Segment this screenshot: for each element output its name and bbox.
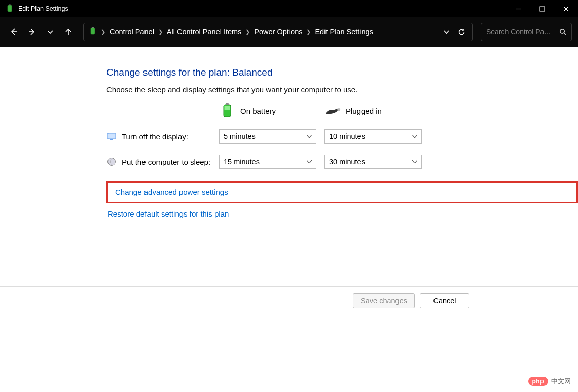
save-button[interactable]: Save changes <box>353 293 415 308</box>
column-headers: On battery Plugged in <box>106 103 578 118</box>
minimize-button[interactable] <box>507 0 530 17</box>
refresh-button[interactable] <box>456 28 467 36</box>
content-area: Change settings for the plan: Balanced C… <box>0 47 578 219</box>
links-area: Change advanced power settings Restore d… <box>106 181 578 219</box>
forward-button[interactable] <box>24 24 40 40</box>
svg-rect-3 <box>540 7 545 11</box>
maximize-button[interactable] <box>530 0 554 17</box>
page-title: Change settings for the plan: Balanced <box>106 67 578 78</box>
recent-locations-button[interactable] <box>43 24 58 40</box>
search-icon <box>559 28 566 35</box>
on-battery-header: On battery <box>219 103 320 118</box>
toolbar: ❯ Control Panel ❯ All Control Panel Item… <box>0 17 578 47</box>
cancel-button[interactable]: Cancel <box>420 293 469 308</box>
breadcrumb[interactable]: Edit Plan Settings <box>315 28 373 36</box>
search-placeholder: Search Control Pa... <box>486 28 555 36</box>
breadcrumb[interactable]: Power Options <box>254 28 302 36</box>
chevron-right-icon: ❯ <box>306 29 311 35</box>
chevron-right-icon: ❯ <box>245 29 250 35</box>
svg-rect-0 <box>8 5 12 12</box>
on-battery-label: On battery <box>240 106 276 115</box>
watermark: php 中文网 <box>528 377 571 386</box>
breadcrumb[interactable]: Control Panel <box>110 28 154 36</box>
svg-rect-10 <box>92 27 94 28</box>
svg-rect-17 <box>107 133 116 139</box>
address-history-button[interactable] <box>441 28 452 36</box>
svg-point-11 <box>560 29 564 33</box>
highlight-box: Change advanced power settings <box>106 181 578 203</box>
plugged-in-label: Plugged in <box>346 106 382 115</box>
svg-rect-16 <box>337 108 340 111</box>
advanced-power-settings-link[interactable]: Change advanced power settings <box>115 188 228 196</box>
svg-rect-1 <box>9 5 11 6</box>
chevron-right-icon: ❯ <box>101 29 105 35</box>
svg-rect-9 <box>91 28 95 34</box>
svg-rect-18 <box>110 139 113 140</box>
plugged-in-header: Plugged in <box>324 103 426 118</box>
sleep-row: Put the computer to sleep: 15 minutes 30… <box>106 155 578 169</box>
svg-rect-14 <box>226 103 229 105</box>
page-subtext: Choose the sleep and display settings th… <box>106 85 578 94</box>
battery-icon <box>219 103 235 118</box>
chevron-right-icon: ❯ <box>158 29 163 35</box>
turn-off-display-row: Turn off the display: 5 minutes 10 minut… <box>106 129 578 144</box>
watermark-pill: php <box>528 377 549 386</box>
turn-off-display-label: Turn off the display: <box>122 132 188 141</box>
display-plugged-select[interactable]: 10 minutes <box>324 129 422 144</box>
close-button[interactable] <box>554 0 578 17</box>
back-button[interactable] <box>6 24 21 40</box>
up-button[interactable] <box>61 24 76 40</box>
breadcrumb[interactable]: All Control Panel Items <box>167 28 241 36</box>
sleep-battery-select[interactable]: 15 minutes <box>219 155 316 169</box>
address-bar[interactable]: ❯ Control Panel ❯ All Control Panel Item… <box>83 23 473 41</box>
search-input[interactable]: Search Control Pa... <box>481 23 572 41</box>
sleep-plugged-select[interactable]: 30 minutes <box>324 155 422 169</box>
titlebar: Edit Plan Settings <box>0 0 578 17</box>
app-icon <box>5 4 14 13</box>
footer: Save changes Cancel <box>0 286 578 314</box>
watermark-text: 中文网 <box>551 377 571 386</box>
svg-rect-15 <box>225 106 230 110</box>
svg-point-19 <box>108 158 116 166</box>
window-title: Edit Plan Settings <box>18 5 68 12</box>
sleep-label: Put the computer to sleep: <box>122 158 210 166</box>
moon-icon <box>106 157 117 167</box>
battery-icon <box>89 27 97 38</box>
restore-defaults-link[interactable]: Restore default settings for this plan <box>107 209 229 218</box>
display-battery-select[interactable]: 5 minutes <box>219 129 316 144</box>
plug-icon <box>324 103 341 118</box>
svg-line-12 <box>564 33 566 35</box>
display-icon <box>106 131 117 141</box>
